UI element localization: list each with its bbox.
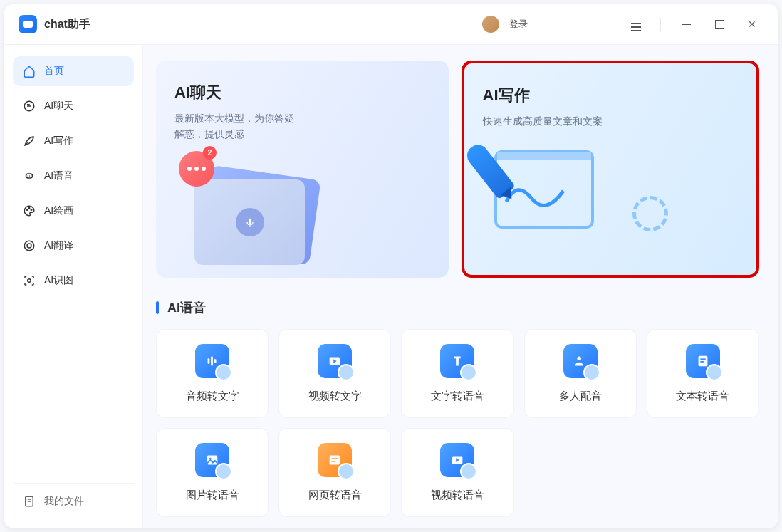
section-bar-icon xyxy=(156,301,159,314)
section-title: AI语音 xyxy=(167,299,206,316)
svg-rect-18 xyxy=(207,455,218,464)
nav-paint[interactable]: AI绘画 xyxy=(13,196,134,226)
video-to-text-card[interactable]: 视频转文字 xyxy=(278,329,391,418)
audio-text-icon xyxy=(195,344,229,378)
video-text-icon xyxy=(318,344,352,378)
svg-rect-10 xyxy=(208,358,210,363)
app-logo-icon xyxy=(19,15,37,33)
translate-icon xyxy=(23,239,36,252)
multi-voice-card[interactable]: 多人配音 xyxy=(524,329,637,418)
svg-rect-9 xyxy=(249,218,251,224)
hero-title: AI聊天 xyxy=(174,82,430,103)
svg-point-14 xyxy=(577,356,581,360)
chat-icon xyxy=(23,100,36,113)
scan-icon xyxy=(23,274,36,287)
nav-label: AI写作 xyxy=(44,135,73,147)
app-title: chat助手 xyxy=(44,17,90,32)
text-to-speech-card[interactable]: 文字转语音 xyxy=(401,329,513,418)
login-link[interactable]: 登录 xyxy=(509,18,528,31)
feat-label: 图片转语音 xyxy=(186,489,239,502)
svg-point-3 xyxy=(28,208,30,209)
hero-row: AI聊天 最新版本大模型，为你答疑解惑，提供灵感 2 AI写作 快速生成高质量文… xyxy=(156,61,759,278)
feat-label: 多人配音 xyxy=(559,390,602,403)
mic-icon xyxy=(236,208,264,236)
nav-label: AI识图 xyxy=(44,274,73,287)
footer-label: 我的文件 xyxy=(44,495,84,508)
maximize-button[interactable] xyxy=(708,16,731,33)
body-area: 首页 AI聊天 AI写作 AI语音 AI绘画 AI翻译 xyxy=(4,45,778,528)
feat-label: 文本转语音 xyxy=(676,390,729,403)
home-icon xyxy=(23,65,36,78)
video-to-voice-card[interactable]: 视频转语音 xyxy=(401,428,513,517)
voice-section: AI语音 音频转文字 视频转文字 文字转语音 xyxy=(156,299,759,517)
svg-point-7 xyxy=(28,279,31,283)
avatar-icon[interactable] xyxy=(482,16,499,33)
hero-desc: 快速生成高质量文章和文案 xyxy=(483,113,611,129)
my-files-link[interactable]: 我的文件 xyxy=(13,483,134,516)
app-window: chat助手 登录 首页 AI聊天 AI写作 xyxy=(4,4,778,528)
image-voice-icon xyxy=(195,443,229,477)
hero-desc: 最新版本大模型，为你答疑解惑，提供灵感 xyxy=(174,110,303,142)
notification-bubble-icon: 2 xyxy=(179,151,214,187)
svg-rect-17 xyxy=(700,361,704,363)
minimize-button[interactable] xyxy=(675,16,698,33)
web-to-voice-card[interactable]: 网页转语音 xyxy=(278,428,391,517)
svg-rect-12 xyxy=(214,359,217,363)
nav-label: 首页 xyxy=(44,65,64,78)
feather-icon xyxy=(23,135,36,147)
svg-point-2 xyxy=(26,209,28,211)
svg-rect-11 xyxy=(211,356,213,365)
text-to-voice-card[interactable]: 文本转语音 xyxy=(647,329,759,418)
titlebar-left: chat助手 xyxy=(19,15,90,33)
hamburger-icon xyxy=(631,18,641,31)
nav-label: AI绘画 xyxy=(44,204,73,217)
nav-chat[interactable]: AI聊天 xyxy=(13,91,134,121)
nav-label: AI语音 xyxy=(44,169,73,182)
badge-count: 2 xyxy=(203,146,217,160)
text-speech-icon xyxy=(440,344,474,378)
nav-label: AI聊天 xyxy=(44,100,73,113)
titlebar-right: 登录 xyxy=(482,14,763,34)
nav-voice[interactable]: AI语音 xyxy=(13,161,134,191)
file-icon xyxy=(23,495,36,508)
titlebar: chat助手 登录 xyxy=(4,4,778,45)
feat-label: 视频转语音 xyxy=(431,489,484,502)
section-header: AI语音 xyxy=(156,299,759,316)
nav-home[interactable]: 首页 xyxy=(13,56,134,86)
feat-label: 网页转语音 xyxy=(308,489,362,502)
titlebar-divider xyxy=(660,18,661,31)
palette-icon xyxy=(23,204,36,217)
audio-to-text-card[interactable]: 音频转文字 xyxy=(156,329,269,418)
voice-grid: 音频转文字 视频转文字 文字转语音 多人配音 xyxy=(156,329,759,517)
close-button[interactable] xyxy=(741,16,763,33)
sidebar: 首页 AI聊天 AI写作 AI语音 AI绘画 AI翻译 xyxy=(4,45,143,528)
svg-rect-16 xyxy=(700,358,705,360)
hero-title: AI写作 xyxy=(483,85,739,106)
hero-ai-chat[interactable]: AI聊天 最新版本大模型，为你答疑解惑，提供灵感 2 xyxy=(156,61,449,278)
hero-ai-write[interactable]: AI写作 快速生成高质量文章和文案 xyxy=(462,61,760,278)
feat-label: 音频转文字 xyxy=(186,390,239,403)
nav-label: AI翻译 xyxy=(44,239,73,252)
feat-label: 视频转文字 xyxy=(308,390,362,403)
nav-translate[interactable]: AI翻译 xyxy=(13,231,134,261)
voice-icon xyxy=(23,169,36,182)
refresh-ring-icon xyxy=(632,196,668,231)
svg-rect-21 xyxy=(332,458,338,459)
svg-rect-22 xyxy=(332,461,336,462)
hero-write-art xyxy=(481,137,638,251)
hamburger-menu-button[interactable] xyxy=(626,14,646,34)
svg-point-4 xyxy=(31,209,32,211)
hero-chat-art: 2 xyxy=(173,151,330,265)
people-voice-icon xyxy=(563,344,598,378)
svg-point-5 xyxy=(24,241,34,251)
main-content: AI聊天 最新版本大模型，为你答疑解惑，提供灵感 2 AI写作 快速生成高质量文… xyxy=(143,45,778,528)
image-to-voice-card[interactable]: 图片转语音 xyxy=(156,428,269,517)
feat-label: 文字转语音 xyxy=(431,390,484,403)
web-voice-icon xyxy=(318,443,352,477)
svg-point-6 xyxy=(27,244,31,248)
doc-voice-icon xyxy=(686,344,720,378)
video-voice-icon xyxy=(440,443,474,477)
svg-rect-20 xyxy=(330,455,340,464)
nav-vision[interactable]: AI识图 xyxy=(13,266,134,296)
nav-write[interactable]: AI写作 xyxy=(13,126,134,156)
